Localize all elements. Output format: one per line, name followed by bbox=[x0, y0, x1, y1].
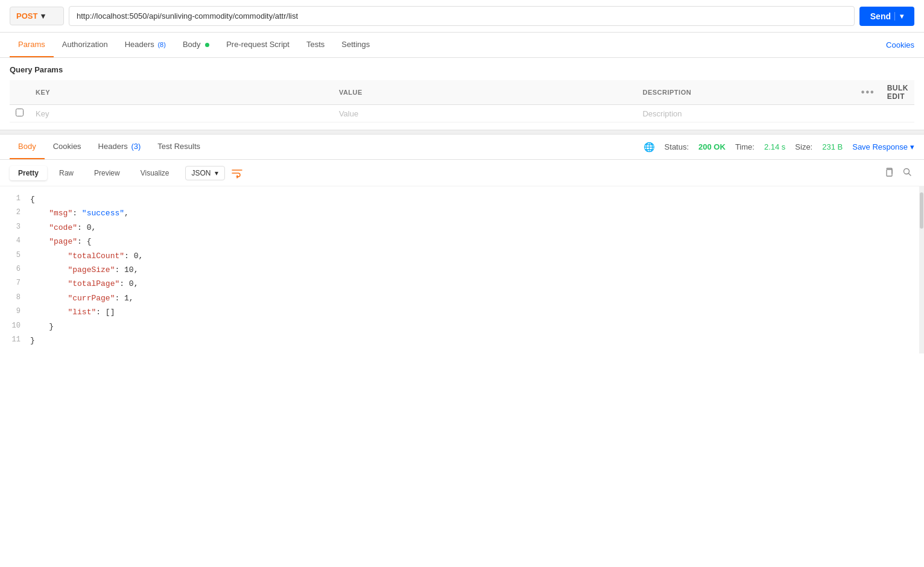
tab-authorization[interactable]: Authorization bbox=[54, 33, 116, 57]
tab-body[interactable]: Body bbox=[174, 33, 218, 57]
row-checkbox-cell bbox=[10, 105, 30, 122]
request-tabs: Params Authorization Headers (8) Body Pr… bbox=[0, 33, 924, 58]
json-format-chevron-icon: ▾ bbox=[215, 169, 218, 177]
response-section: Body Cookies Headers (3) Test Results 🌐 … bbox=[0, 135, 924, 353]
row-desc-cell[interactable]: Description bbox=[636, 105, 855, 122]
format-visualize-button[interactable]: Visualize bbox=[132, 166, 178, 180]
col-key: KEY bbox=[30, 80, 333, 105]
resp-tab-headers[interactable]: Headers (3) bbox=[90, 135, 150, 159]
col-value: VALUE bbox=[333, 80, 637, 105]
bulk-edit-button[interactable]: Bulk Edit bbox=[887, 84, 908, 101]
format-preview-button[interactable]: Preview bbox=[86, 166, 128, 180]
json-line-2: 2 "msg": "success", bbox=[0, 206, 924, 220]
send-button[interactable]: Send ▾ bbox=[859, 7, 914, 26]
row-key-cell[interactable]: Key bbox=[30, 105, 333, 122]
tab-pre-request[interactable]: Pre-request Script bbox=[218, 33, 298, 57]
scrollbar-thumb[interactable] bbox=[920, 192, 923, 229]
json-line-6: 6 "pageSize": 10, bbox=[0, 263, 924, 277]
method-text: POST bbox=[16, 11, 37, 21]
json-viewer: 1 { 2 "msg": "success", 3 "code": 0, 4 "… bbox=[0, 186, 924, 353]
resp-tab-test-results[interactable]: Test Results bbox=[149, 135, 209, 159]
query-params-title: Query Params bbox=[10, 65, 914, 74]
json-line-7: 7 "totalPage": 0, bbox=[0, 277, 924, 291]
row-options-cell bbox=[855, 105, 881, 122]
json-format-selector[interactable]: JSON ▾ bbox=[185, 166, 225, 180]
send-chevron-icon: ▾ bbox=[894, 12, 903, 21]
send-label: Send bbox=[870, 11, 891, 21]
tab-headers[interactable]: Headers (8) bbox=[116, 33, 174, 57]
json-line-9: 9 "list": [] bbox=[0, 305, 924, 319]
method-chevron-icon: ▾ bbox=[41, 11, 45, 21]
status-value: 200 OK bbox=[698, 142, 726, 151]
section-divider bbox=[0, 130, 924, 135]
col-description: DESCRIPTION bbox=[636, 80, 855, 105]
method-selector[interactable]: POST ▾ bbox=[10, 7, 64, 25]
format-toolbar: Pretty Raw Preview Visualize JSON ▾ bbox=[0, 160, 924, 186]
copy-icon[interactable] bbox=[882, 165, 896, 181]
cookies-link[interactable]: Cookies bbox=[886, 40, 914, 49]
url-input[interactable] bbox=[69, 6, 855, 26]
resp-tab-body[interactable]: Body bbox=[10, 135, 45, 159]
table-row: Key Value Description bbox=[10, 105, 914, 122]
save-response-chevron-icon: ▾ bbox=[910, 142, 914, 151]
tab-settings[interactable]: Settings bbox=[333, 33, 378, 57]
json-format-label: JSON bbox=[192, 169, 211, 177]
svg-rect-0 bbox=[887, 169, 892, 176]
search-icon[interactable] bbox=[900, 165, 914, 181]
col-options: ••• bbox=[855, 80, 881, 105]
json-line-11: 11 } bbox=[0, 334, 924, 347]
size-value: 231 B bbox=[822, 142, 843, 151]
status-bar: 🌐 Status: 200 OK Time: 2.14 s Size: 231 … bbox=[644, 142, 914, 153]
globe-icon: 🌐 bbox=[644, 142, 655, 153]
size-label: Size: bbox=[795, 142, 812, 151]
wrap-lines-button[interactable] bbox=[231, 167, 243, 179]
time-value: 2.14 s bbox=[764, 142, 785, 151]
response-tabs-bar: Body Cookies Headers (3) Test Results 🌐 … bbox=[0, 135, 924, 160]
json-line-5: 5 "totalCount": 0, bbox=[0, 249, 924, 263]
format-raw-button[interactable]: Raw bbox=[51, 166, 82, 180]
format-pretty-button[interactable]: Pretty bbox=[10, 166, 47, 180]
json-line-3: 3 "code": 0, bbox=[0, 221, 924, 235]
bulk-edit-options-icon[interactable]: ••• bbox=[861, 87, 875, 97]
json-line-1: 1 { bbox=[0, 192, 924, 206]
row-bulk-cell bbox=[881, 105, 914, 122]
row-checkbox[interactable] bbox=[16, 109, 24, 116]
tab-params[interactable]: Params bbox=[10, 33, 54, 57]
status-label: Status: bbox=[665, 142, 689, 151]
url-bar: POST ▾ Send ▾ bbox=[0, 0, 924, 33]
json-line-4: 4 "page": { bbox=[0, 235, 924, 249]
time-label: Time: bbox=[735, 142, 755, 151]
save-response-button[interactable]: Save Response ▾ bbox=[852, 142, 914, 151]
tab-tests[interactable]: Tests bbox=[298, 33, 333, 57]
row-value-cell[interactable]: Value bbox=[333, 105, 637, 122]
json-viewer-container: 1 { 2 "msg": "success", 3 "code": 0, 4 "… bbox=[0, 186, 924, 353]
col-checkbox bbox=[10, 80, 30, 105]
json-line-8: 8 "currPage": 1, bbox=[0, 291, 924, 305]
col-bulk-edit: Bulk Edit bbox=[881, 80, 914, 105]
resp-tab-cookies[interactable]: Cookies bbox=[45, 135, 90, 159]
query-params-section: Query Params KEY VALUE DESCRIPTION ••• B… bbox=[0, 58, 924, 122]
params-table: KEY VALUE DESCRIPTION ••• Bulk Edit Key bbox=[10, 80, 914, 122]
body-active-dot bbox=[205, 43, 209, 47]
json-line-10: 10 } bbox=[0, 320, 924, 334]
vertical-scrollbar[interactable] bbox=[919, 186, 924, 353]
